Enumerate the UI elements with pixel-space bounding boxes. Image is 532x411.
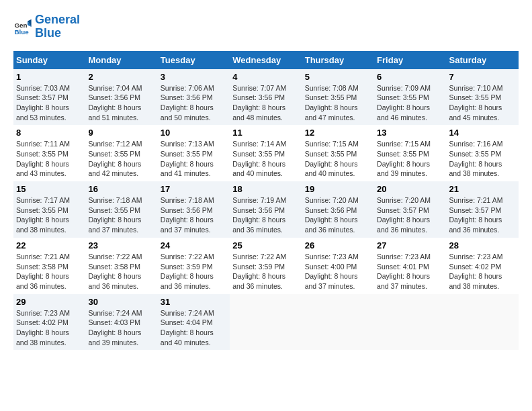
day-number: 22 <box>16 240 83 250</box>
calendar-cell: 3Sunrise: 7:06 AMSunset: 3:56 PMDaylight… <box>158 69 230 126</box>
calendar-cell <box>302 294 374 351</box>
calendar-cell: 27Sunrise: 7:23 AMSunset: 4:01 PMDayligh… <box>374 238 446 294</box>
day-info: Sunrise: 7:06 AMSunset: 3:56 PMDaylight:… <box>161 83 227 123</box>
calendar-cell: 18Sunrise: 7:19 AMSunset: 3:56 PMDayligh… <box>230 181 302 238</box>
day-info: Sunrise: 7:20 AMSunset: 3:56 PMDaylight:… <box>305 195 371 235</box>
day-info: Sunrise: 7:24 AMSunset: 4:03 PMDaylight:… <box>88 308 154 348</box>
day-number: 10 <box>161 128 227 138</box>
day-info: Sunrise: 7:21 AMSunset: 3:57 PMDaylight:… <box>449 195 516 235</box>
day-info: Sunrise: 7:15 AMSunset: 3:55 PMDaylight:… <box>377 139 443 179</box>
calendar-cell: 7Sunrise: 7:10 AMSunset: 3:55 PMDaylight… <box>447 69 519 126</box>
calendar-cell: 12Sunrise: 7:15 AMSunset: 3:55 PMDayligh… <box>302 125 374 181</box>
col-header-sunday: Sunday <box>13 51 85 69</box>
calendar-cell: 6Sunrise: 7:09 AMSunset: 3:55 PMDaylight… <box>374 69 446 126</box>
logo: Gen Blue GeneralBlue <box>13 13 80 40</box>
day-number: 21 <box>449 184 516 194</box>
day-number: 25 <box>232 240 299 250</box>
calendar-cell: 8Sunrise: 7:11 AMSunset: 3:55 PMDaylight… <box>13 125 85 181</box>
svg-text:Blue: Blue <box>14 28 29 36</box>
calendar-cell: 29Sunrise: 7:23 AMSunset: 4:02 PMDayligh… <box>13 294 85 351</box>
calendar-cell: 31Sunrise: 7:24 AMSunset: 4:04 PMDayligh… <box>158 294 230 351</box>
day-info: Sunrise: 7:07 AMSunset: 3:56 PMDaylight:… <box>232 83 299 123</box>
calendar-cell <box>447 294 519 351</box>
day-number: 19 <box>305 184 371 194</box>
calendar-cell: 23Sunrise: 7:22 AMSunset: 3:58 PMDayligh… <box>85 238 157 294</box>
day-number: 17 <box>161 184 227 194</box>
calendar-cell: 15Sunrise: 7:17 AMSunset: 3:55 PMDayligh… <box>13 181 85 238</box>
day-number: 3 <box>161 72 227 82</box>
calendar-cell: 22Sunrise: 7:21 AMSunset: 3:58 PMDayligh… <box>13 238 85 294</box>
col-header-saturday: Saturday <box>447 51 519 69</box>
day-number: 4 <box>232 72 299 82</box>
day-info: Sunrise: 7:10 AMSunset: 3:55 PMDaylight:… <box>449 83 516 123</box>
day-number: 16 <box>88 184 154 194</box>
calendar-cell: 2Sunrise: 7:04 AMSunset: 3:56 PMDaylight… <box>85 69 157 126</box>
col-header-monday: Monday <box>85 51 157 69</box>
calendar-cell <box>230 294 302 351</box>
day-number: 7 <box>449 72 516 82</box>
col-header-friday: Friday <box>374 51 446 69</box>
calendar-cell: 1Sunrise: 7:03 AMSunset: 3:57 PMDaylight… <box>13 69 85 126</box>
day-number: 31 <box>161 297 227 307</box>
calendar-cell <box>374 294 446 351</box>
day-number: 12 <box>305 128 371 138</box>
day-number: 20 <box>377 184 443 194</box>
calendar-cell: 21Sunrise: 7:21 AMSunset: 3:57 PMDayligh… <box>447 181 519 238</box>
day-number: 8 <box>16 128 83 138</box>
day-number: 14 <box>449 128 516 138</box>
calendar-cell: 30Sunrise: 7:24 AMSunset: 4:03 PMDayligh… <box>85 294 157 351</box>
day-info: Sunrise: 7:19 AMSunset: 3:56 PMDaylight:… <box>232 195 299 235</box>
day-number: 24 <box>161 240 227 250</box>
logo-text: GeneralBlue <box>35 13 80 40</box>
day-info: Sunrise: 7:18 AMSunset: 3:55 PMDaylight:… <box>88 195 154 235</box>
col-header-wednesday: Wednesday <box>230 51 302 69</box>
col-header-tuesday: Tuesday <box>158 51 230 69</box>
day-info: Sunrise: 7:09 AMSunset: 3:55 PMDaylight:… <box>377 83 443 123</box>
calendar-cell: 28Sunrise: 7:23 AMSunset: 4:02 PMDayligh… <box>447 238 519 294</box>
calendar-cell: 4Sunrise: 7:07 AMSunset: 3:56 PMDaylight… <box>230 69 302 126</box>
col-header-thursday: Thursday <box>302 51 374 69</box>
day-info: Sunrise: 7:22 AMSunset: 3:58 PMDaylight:… <box>88 252 154 291</box>
day-info: Sunrise: 7:03 AMSunset: 3:57 PMDaylight:… <box>16 83 83 123</box>
day-info: Sunrise: 7:14 AMSunset: 3:55 PMDaylight:… <box>232 139 299 179</box>
calendar-cell: 13Sunrise: 7:15 AMSunset: 3:55 PMDayligh… <box>374 125 446 181</box>
day-info: Sunrise: 7:15 AMSunset: 3:55 PMDaylight:… <box>305 139 371 179</box>
calendar-cell: 14Sunrise: 7:16 AMSunset: 3:55 PMDayligh… <box>447 125 519 181</box>
day-info: Sunrise: 7:23 AMSunset: 4:02 PMDaylight:… <box>16 308 83 348</box>
day-number: 18 <box>232 184 299 194</box>
day-number: 6 <box>377 72 443 82</box>
day-info: Sunrise: 7:04 AMSunset: 3:56 PMDaylight:… <box>88 83 154 123</box>
calendar-cell: 17Sunrise: 7:18 AMSunset: 3:56 PMDayligh… <box>158 181 230 238</box>
day-number: 29 <box>16 297 83 307</box>
day-info: Sunrise: 7:16 AMSunset: 3:55 PMDaylight:… <box>449 139 516 179</box>
day-info: Sunrise: 7:23 AMSunset: 4:00 PMDaylight:… <box>305 252 371 291</box>
calendar-cell: 26Sunrise: 7:23 AMSunset: 4:00 PMDayligh… <box>302 238 374 294</box>
day-info: Sunrise: 7:18 AMSunset: 3:56 PMDaylight:… <box>161 195 227 235</box>
calendar-cell: 9Sunrise: 7:12 AMSunset: 3:55 PMDaylight… <box>85 125 157 181</box>
day-number: 9 <box>88 128 154 138</box>
calendar-cell: 19Sunrise: 7:20 AMSunset: 3:56 PMDayligh… <box>302 181 374 238</box>
day-info: Sunrise: 7:22 AMSunset: 3:59 PMDaylight:… <box>232 252 299 291</box>
day-info: Sunrise: 7:12 AMSunset: 3:55 PMDaylight:… <box>88 139 154 179</box>
day-info: Sunrise: 7:08 AMSunset: 3:55 PMDaylight:… <box>305 83 371 123</box>
day-info: Sunrise: 7:17 AMSunset: 3:55 PMDaylight:… <box>16 195 83 235</box>
day-number: 23 <box>88 240 154 250</box>
page-header: Gen Blue GeneralBlue <box>13 13 519 40</box>
day-info: Sunrise: 7:23 AMSunset: 4:02 PMDaylight:… <box>449 252 516 291</box>
day-number: 11 <box>232 128 299 138</box>
calendar-cell: 20Sunrise: 7:20 AMSunset: 3:57 PMDayligh… <box>374 181 446 238</box>
day-info: Sunrise: 7:23 AMSunset: 4:01 PMDaylight:… <box>377 252 443 291</box>
day-info: Sunrise: 7:11 AMSunset: 3:55 PMDaylight:… <box>16 139 83 179</box>
calendar-cell: 10Sunrise: 7:13 AMSunset: 3:55 PMDayligh… <box>158 125 230 181</box>
day-number: 26 <box>305 240 371 250</box>
day-number: 2 <box>88 72 154 82</box>
day-number: 30 <box>88 297 154 307</box>
calendar-header: SundayMondayTuesdayWednesdayThursdayFrid… <box>13 51 519 69</box>
calendar-cell: 25Sunrise: 7:22 AMSunset: 3:59 PMDayligh… <box>230 238 302 294</box>
day-info: Sunrise: 7:21 AMSunset: 3:58 PMDaylight:… <box>16 252 83 291</box>
calendar-cell: 24Sunrise: 7:22 AMSunset: 3:59 PMDayligh… <box>158 238 230 294</box>
day-info: Sunrise: 7:13 AMSunset: 3:55 PMDaylight:… <box>161 139 227 179</box>
day-number: 1 <box>16 72 83 82</box>
day-info: Sunrise: 7:20 AMSunset: 3:57 PMDaylight:… <box>377 195 443 235</box>
day-number: 27 <box>377 240 443 250</box>
